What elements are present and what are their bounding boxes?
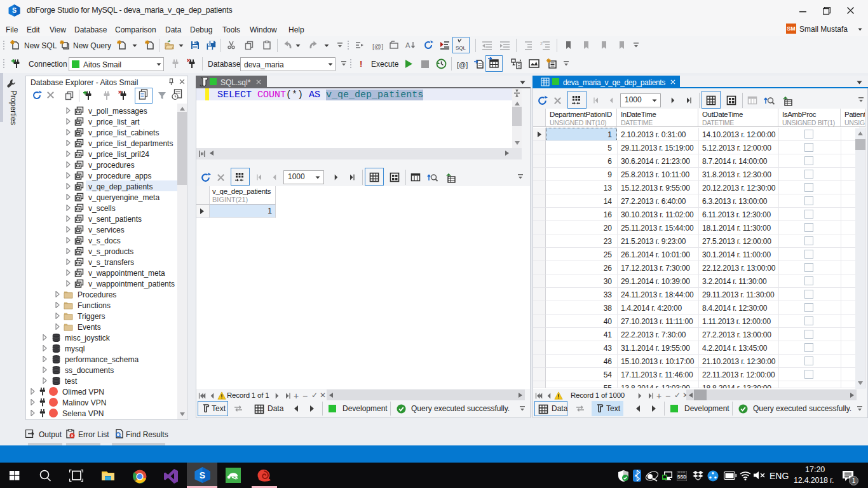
svg-text:2: 2 — [540, 41, 543, 46]
svg-text:SQL: SQL — [456, 45, 466, 51]
svg-text:A: A — [405, 41, 410, 49]
svg-text:[@]: [@] — [457, 61, 468, 69]
svg-text:[@]: [@] — [372, 43, 383, 50]
svg-text:S: S — [200, 470, 205, 480]
svg-text:S: S — [12, 6, 17, 14]
svg-text:SSD: SSD — [677, 475, 686, 479]
